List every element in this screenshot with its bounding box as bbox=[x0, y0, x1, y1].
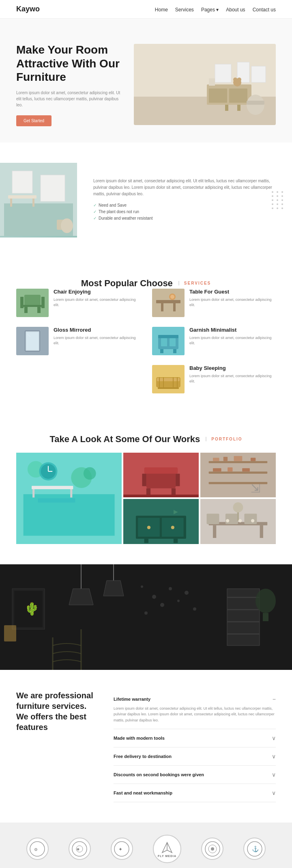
about-text-block: Lorem ipsum dolor sit amet, consectetur … bbox=[77, 170, 292, 231]
baby-icon bbox=[152, 365, 185, 393]
accordion-item-workmanship: Fast and neat workmanship ∨ bbox=[114, 784, 276, 802]
partner-6-icon: ⚓ bbox=[247, 841, 263, 857]
nav-about[interactable]: About us bbox=[226, 7, 245, 13]
flymedia-icon bbox=[160, 840, 174, 855]
svg-rect-33 bbox=[156, 300, 180, 303]
svg-rect-107 bbox=[237, 512, 239, 521]
dot bbox=[277, 195, 278, 197]
svg-rect-72 bbox=[144, 467, 178, 473]
dot bbox=[272, 191, 273, 193]
svg-rect-14 bbox=[247, 101, 264, 105]
dot bbox=[281, 191, 283, 193]
services-tag: SERVICES bbox=[178, 281, 211, 285]
service-card-title-table: Table For Guest bbox=[189, 289, 276, 295]
accordion-header-workmanship[interactable]: Fast and neat workmanship ∨ bbox=[114, 790, 276, 796]
dot bbox=[272, 199, 273, 201]
hero-image bbox=[134, 44, 276, 125]
about-list-item: ✓Need and Save bbox=[93, 203, 276, 207]
svg-rect-6 bbox=[237, 105, 240, 111]
dot bbox=[272, 207, 273, 209]
svg-point-146 bbox=[211, 847, 214, 851]
partner-1-icon: ⚙ bbox=[29, 841, 45, 857]
dot bbox=[272, 203, 273, 205]
svg-point-109 bbox=[238, 519, 242, 523]
dot bbox=[277, 207, 278, 209]
accordion-plus-icon: ∨ bbox=[272, 771, 276, 778]
accordion-header-tools[interactable]: Made with modern tools ∨ bbox=[114, 735, 276, 741]
portfolio-image-4: ▶ bbox=[123, 499, 199, 544]
video-background: 🌵 bbox=[0, 564, 292, 670]
svg-text:◉: ◉ bbox=[77, 847, 79, 851]
svg-rect-3 bbox=[209, 89, 227, 103]
service-card-garnish: Garnish Minimalist Lorem ipsum dolor sit… bbox=[152, 327, 276, 355]
svg-rect-5 bbox=[225, 105, 228, 111]
svg-point-124 bbox=[144, 611, 148, 615]
portfolio-section: Take A Look At Some Of Our Works PORTFOL… bbox=[0, 414, 292, 564]
svg-rect-9 bbox=[251, 66, 266, 82]
svg-rect-82 bbox=[213, 458, 219, 461]
portfolio-image-3: ⇲ bbox=[200, 453, 276, 498]
svg-point-126 bbox=[141, 585, 143, 588]
nav-home[interactable]: Home bbox=[155, 7, 168, 13]
hero-title: Make Your Room Attractive With Our Furni… bbox=[16, 43, 122, 84]
nav-services[interactable]: Services bbox=[175, 7, 194, 13]
accordion-header-delivery[interactable]: Free delivery to destination ∨ bbox=[114, 753, 276, 760]
about-content: Lorem ipsum dolor sit amet, consectetur … bbox=[0, 143, 292, 258]
hero-text-block: Make Your Room Attractive With Our Furni… bbox=[16, 43, 122, 126]
accordion-title-delivery: Free delivery to destination bbox=[114, 754, 172, 759]
svg-marker-117 bbox=[69, 589, 93, 605]
features-section: We are professional furniture services. … bbox=[0, 670, 292, 823]
svg-rect-105 bbox=[245, 514, 257, 524]
hero-cta-button[interactable]: Get Started bbox=[16, 115, 52, 126]
partner-logo-6: ⚓ bbox=[243, 838, 266, 860]
svg-rect-79 bbox=[209, 461, 268, 463]
svg-rect-104 bbox=[225, 514, 238, 524]
svg-point-24 bbox=[61, 218, 73, 233]
nav-logo[interactable]: Kaywo bbox=[16, 5, 40, 13]
svg-rect-102 bbox=[260, 525, 263, 538]
service-card-info-table: Table For Guest Lorem ipsum dolor sit am… bbox=[189, 289, 276, 308]
decorative-dots bbox=[272, 191, 284, 209]
navbar: Kaywo Home Services Pages ▾ About us Con… bbox=[0, 0, 292, 19]
accordion-title-warranty: Lifetime warranty bbox=[114, 697, 150, 702]
svg-text:▶: ▶ bbox=[174, 508, 178, 515]
portfolio-title: Take A Look At Some Of Our Works bbox=[49, 434, 200, 445]
about-image bbox=[0, 163, 77, 238]
accordion-item-discounts: Discounts on second bookings were given … bbox=[114, 766, 276, 784]
svg-rect-96 bbox=[144, 539, 148, 543]
accordion-header-discounts[interactable]: Discounts on second bookings were given … bbox=[114, 771, 276, 778]
svg-rect-29 bbox=[37, 307, 41, 313]
accordion-plus-icon: ∨ bbox=[272, 735, 276, 741]
dot bbox=[281, 203, 283, 205]
partner-2-icon: ◉ bbox=[71, 841, 88, 857]
svg-text:⚙: ⚙ bbox=[34, 847, 38, 852]
accordion-header-warranty[interactable]: Lifetime warranty − bbox=[114, 696, 276, 702]
nav-contact[interactable]: Contact us bbox=[253, 7, 276, 13]
portfolio-image-2 bbox=[123, 453, 199, 498]
svg-text:⇲: ⇲ bbox=[251, 482, 260, 495]
dot bbox=[281, 199, 283, 201]
svg-rect-45 bbox=[160, 349, 163, 353]
dot bbox=[272, 195, 273, 197]
svg-rect-56 bbox=[158, 387, 179, 389]
svg-point-94 bbox=[147, 526, 150, 529]
service-card-desc-glass: Lorem ipsum dolor sit amet, consectetur … bbox=[54, 335, 140, 346]
about-list-item: ✓The plant does not run bbox=[93, 209, 276, 214]
nav-pages[interactable]: Pages ▾ bbox=[201, 7, 219, 13]
about-illustration bbox=[0, 163, 77, 236]
accordion-minus-icon: − bbox=[273, 696, 276, 702]
services-title: Most Popular Choose bbox=[81, 278, 173, 289]
svg-rect-129 bbox=[227, 597, 260, 598]
about-section: Lorem ipsum dolor sit amet, consectetur … bbox=[0, 143, 292, 258]
about-list: ✓Need and Save ✓The plant does not run ✓… bbox=[93, 203, 276, 220]
svg-rect-83 bbox=[223, 457, 228, 461]
svg-point-110 bbox=[251, 519, 254, 523]
svg-rect-59 bbox=[32, 486, 73, 489]
svg-point-95 bbox=[171, 526, 174, 529]
dot bbox=[277, 199, 278, 201]
svg-text:🌵: 🌵 bbox=[24, 602, 40, 616]
service-card-title-glass: Gloss Mirrored bbox=[54, 327, 140, 333]
svg-rect-21 bbox=[41, 175, 65, 201]
portfolio-item-4: ▶ bbox=[123, 499, 199, 544]
partner-logo-3: ✦ bbox=[111, 838, 133, 860]
